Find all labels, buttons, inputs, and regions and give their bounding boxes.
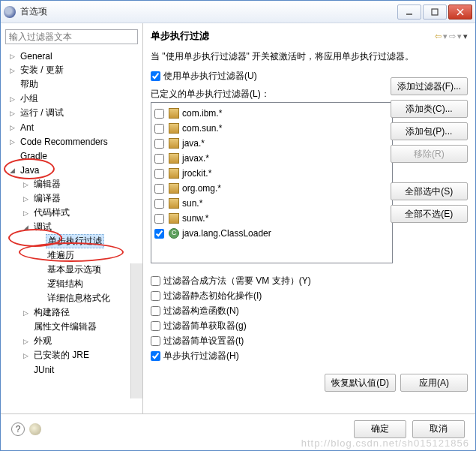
tree-item[interactable]: 堆遍历 (8, 248, 142, 263)
tree-item[interactable]: ▷运行 / 调试 (8, 106, 142, 120)
tree-item[interactable]: ▷安装 / 更新 (8, 63, 142, 77)
remove-button[interactable]: 移除(R) (391, 145, 468, 163)
filter-label: org.omg.* (182, 183, 221, 194)
filter-check[interactable] (154, 169, 164, 179)
tree-label: 详细信息格式化 (46, 292, 112, 305)
tree-item[interactable]: ▷代码样式 (8, 206, 142, 220)
filter-list[interactable]: com.ibm.*com.sun.*java.*javax.*jrockit.*… (151, 102, 393, 263)
filter-check[interactable] (154, 139, 164, 149)
add-pkg-button[interactable]: 添加包(P)... (391, 122, 468, 140)
tree-label: 安装 / 更新 (19, 64, 65, 77)
filter-check[interactable] (154, 199, 164, 209)
deselect-all-button[interactable]: 全部不选(E) (391, 205, 468, 223)
ok-button[interactable]: 确定 (354, 420, 406, 438)
filter-row[interactable]: java.lang.ClassLoader (154, 226, 389, 241)
expand-icon (35, 266, 43, 274)
right-pane: 单步执行过滤 ⇦▾ ⇨▾ ▾ 当 "使用单步执行过滤器" 开关被激活时，将应用单… (143, 23, 475, 413)
filter-label: sun.* (182, 198, 202, 209)
restore-defaults-button[interactable]: 恢复默认值(D) (325, 374, 396, 392)
page-desc: 当 "使用单步执行过滤器" 开关被激活时，将应用单步执行过滤器。 (151, 50, 468, 63)
filter-check[interactable] (154, 184, 164, 194)
expand-icon (22, 323, 30, 331)
svg-rect-1 (432, 9, 438, 15)
back-icon[interactable]: ⇦ (435, 32, 442, 41)
tree-item[interactable]: 属性文件编辑器 (8, 320, 142, 334)
tree-item[interactable]: ◢调试 (8, 220, 142, 234)
tree-label: 属性文件编辑器 (32, 320, 98, 333)
tree-label: JUnit (32, 365, 55, 375)
expand-icon (35, 251, 43, 260)
package-icon (169, 123, 179, 134)
apply-button[interactable]: 应用(A) (400, 374, 468, 392)
tree-label: Java (19, 165, 40, 176)
tree-item[interactable]: ◢Java (8, 163, 142, 177)
filter-row[interactable]: sunw.* (154, 211, 389, 226)
bulb-icon[interactable] (29, 423, 41, 435)
add-class-button[interactable]: 添加类(C)... (391, 100, 468, 118)
filter-check[interactable] (154, 154, 164, 164)
filter-check[interactable] (154, 109, 164, 119)
option-check[interactable]: 过滤器构造函数(N) (151, 305, 468, 317)
tree-label: 编辑器 (32, 178, 62, 191)
page-title: 单步执行过滤 (151, 29, 209, 43)
options: 过滤器合成方法（需要 VM 支持）(Y)过滤器静态初始化操作(I)过滤器构造函数… (151, 272, 468, 365)
filter-row[interactable]: javax.* (154, 151, 389, 166)
select-all-button[interactable]: 全部选中(S) (391, 182, 468, 200)
tree-item[interactable]: 逻辑结构 (8, 277, 142, 291)
option-check[interactable]: 过滤器简单获取器(g) (151, 320, 468, 332)
filter-row[interactable]: com.ibm.* (154, 106, 389, 121)
tree-item[interactable]: JUnit (8, 362, 142, 377)
tree-item[interactable]: 基本显示选项 (8, 263, 142, 277)
filter-row[interactable]: sun.* (154, 196, 389, 211)
menu-icon[interactable]: ▾ (463, 32, 468, 41)
maximize-button[interactable] (423, 5, 447, 20)
tree-item[interactable]: ▷构建路径 (8, 305, 142, 320)
tree-item[interactable]: 帮助 (8, 77, 142, 92)
filter-check[interactable] (154, 214, 164, 224)
tree-item[interactable]: ▷General (8, 49, 142, 63)
tree-label: 基本显示选项 (46, 263, 103, 276)
option-check[interactable]: 单步执行过滤器(H) (151, 350, 468, 362)
tree[interactable]: ▷General▷安装 / 更新帮助▷小组▷运行 / 调试▷Ant▷Code R… (4, 47, 142, 413)
close-button[interactable] (448, 5, 472, 20)
tree-item[interactable]: ▷已安装的 JRE (8, 348, 142, 362)
tree-item[interactable]: Gradle (8, 149, 142, 163)
tree-item[interactable]: ▷Code Recommenders (8, 134, 142, 149)
filter-label: javax.* (182, 153, 209, 164)
help-icon[interactable]: ? (11, 422, 25, 436)
tree-item[interactable]: ▷Ant (8, 120, 142, 134)
titlebar: 首选项 (1, 1, 475, 23)
filter-label: java.* (182, 138, 205, 149)
forward-icon[interactable]: ⇨ (449, 32, 456, 41)
filter-row[interactable]: java.* (154, 136, 389, 151)
filter-row[interactable]: org.omg.* (154, 181, 389, 196)
cancel-button[interactable]: 取消 (412, 420, 465, 438)
filter-check[interactable] (154, 229, 164, 239)
tree-item[interactable]: 详细信息格式化 (8, 291, 142, 305)
option-check[interactable]: 过滤器静态初始化操作(I) (151, 290, 468, 302)
minimize-button[interactable] (397, 5, 421, 20)
filter-row[interactable]: jrockit.* (154, 166, 389, 181)
expand-icon: ▷ (22, 180, 30, 188)
content: ▷General▷安装 / 更新帮助▷小组▷运行 / 调试▷Ant▷Code R… (1, 23, 475, 413)
tree-item[interactable]: 单步执行过滤 (8, 234, 142, 248)
bottom-buttons: 恢复默认值(D) 应用(A) (151, 369, 468, 392)
filter-check[interactable] (154, 124, 164, 134)
package-icon (169, 183, 179, 194)
package-icon (169, 138, 179, 149)
expand-icon (22, 365, 30, 374)
option-check[interactable]: 过滤器简单设置器(t) (151, 335, 468, 347)
filter-row[interactable]: com.sun.* (154, 121, 389, 136)
search-input[interactable] (5, 29, 138, 44)
expand-icon: ▷ (22, 308, 30, 317)
expand-icon: ▷ (8, 52, 16, 60)
tree-item[interactable]: ▷编译器 (8, 191, 142, 206)
tree-item[interactable]: ▷编辑器 (8, 177, 142, 191)
left-pane: ▷General▷安装 / 更新帮助▷小组▷运行 / 调试▷Ant▷Code R… (1, 23, 143, 413)
tree-item[interactable]: ▷小组 (8, 92, 142, 106)
filter-label: com.ibm.* (182, 108, 222, 119)
scrollbar[interactable] (130, 263, 142, 398)
tree-item[interactable]: ▷外观 (8, 334, 142, 348)
add-filter-button[interactable]: 添加过滤器(F)... (391, 77, 468, 95)
option-check[interactable]: 过滤器合成方法（需要 VM 支持）(Y) (151, 275, 468, 287)
